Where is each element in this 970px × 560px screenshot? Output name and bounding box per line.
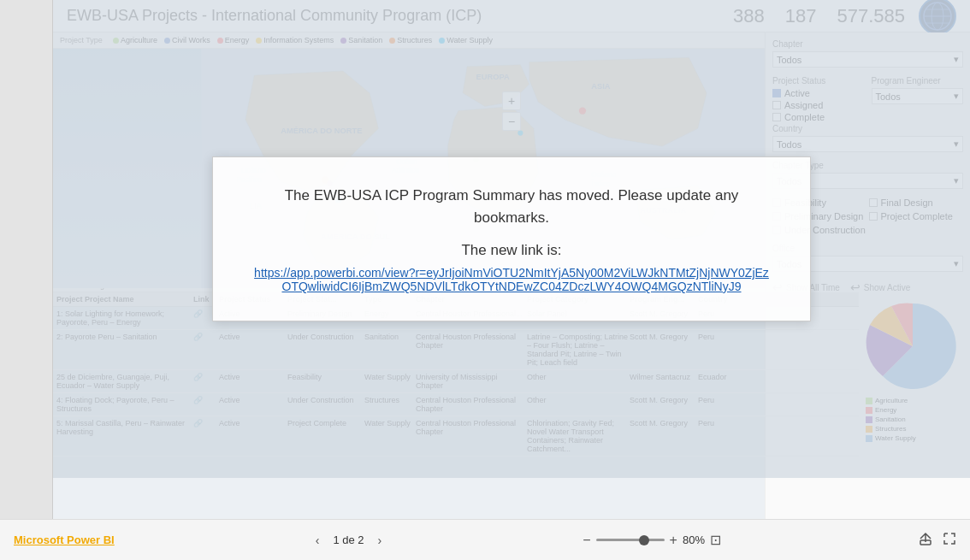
zoom-slider-track <box>596 539 665 541</box>
share-icon <box>919 532 932 545</box>
bottom-right-icons <box>919 532 956 549</box>
page-nav: ‹ 1 de 2 › <box>312 532 386 549</box>
fullscreen-btn[interactable] <box>943 532 956 549</box>
modal-link[interactable]: https://app.powerbi.com/view?r=eyJrIjoiN… <box>254 266 769 293</box>
page-separator: de <box>342 533 358 546</box>
fit-page-btn[interactable]: ⊡ <box>710 532 721 548</box>
page-total: 2 <box>358 533 364 546</box>
powerbi-logo-link[interactable]: Microsoft Power BI <box>14 533 115 546</box>
report-area: EWB-USA Projects - International Communi… <box>53 0 970 519</box>
page-indicator: 1 de 2 <box>333 533 364 546</box>
svg-rect-24 <box>920 540 931 545</box>
next-page-btn[interactable]: › <box>375 532 386 549</box>
zoom-in-btn[interactable]: + <box>670 533 677 548</box>
modal-box: The EWB-USA ICP Program Summary has move… <box>212 156 811 321</box>
zoom-value: 80% <box>683 533 705 546</box>
fullscreen-icon <box>943 532 956 545</box>
zoom-out-btn[interactable]: − <box>583 533 590 548</box>
share-btn[interactable] <box>919 532 932 549</box>
overlay: The EWB-USA ICP Program Summary has move… <box>53 0 970 478</box>
zoom-slider-thumb[interactable] <box>639 535 649 545</box>
zoom-slider-line <box>596 539 665 541</box>
modal-message: The EWB-USA ICP Program Summary has move… <box>254 185 769 228</box>
modal-link-label: The new link is: <box>254 242 769 259</box>
zoom-controls: − + 80% ⊡ <box>583 532 721 548</box>
page-current: 1 <box>333 533 339 546</box>
left-sidebar <box>0 0 53 519</box>
bottom-bar: Microsoft Power BI ‹ 1 de 2 › − + 80% ⊡ <box>0 519 970 560</box>
prev-page-btn[interactable]: ‹ <box>312 532 323 549</box>
main-container: EWB-USA Projects - International Communi… <box>0 0 970 560</box>
